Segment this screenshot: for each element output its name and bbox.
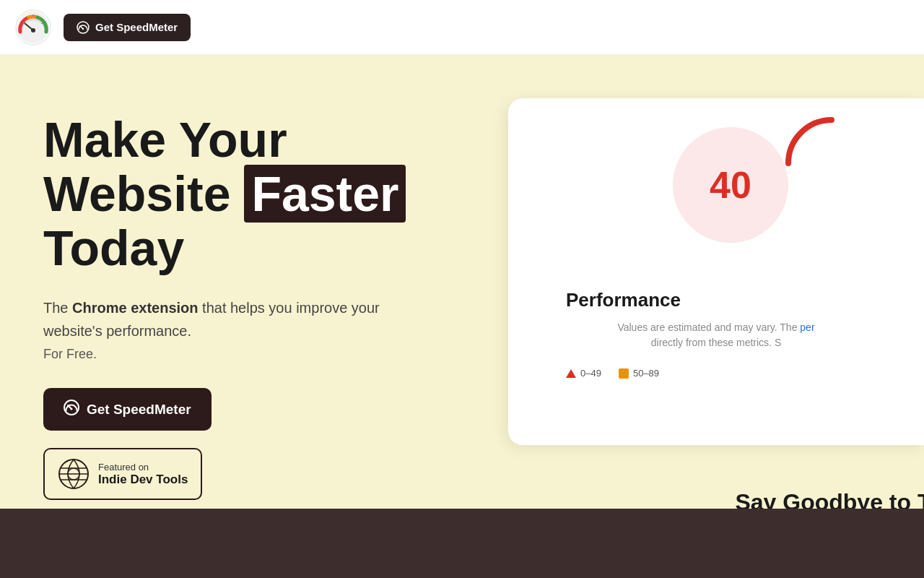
hero-free-label: For Free. bbox=[43, 347, 465, 362]
featured-badge-icon bbox=[58, 458, 90, 490]
hero-left-content: Make Your Website Faster Today The Chrom… bbox=[0, 55, 508, 509]
score-circle: 40 bbox=[673, 127, 788, 243]
hero-faster-highlight: Faster bbox=[244, 165, 406, 223]
legend-red-range: 0–49 bbox=[580, 368, 601, 379]
score-arc-icon bbox=[781, 113, 839, 171]
svg-point-3 bbox=[31, 28, 35, 33]
hero-subtitle: The Chrome extension that helps you impr… bbox=[43, 296, 419, 342]
logo-icon bbox=[14, 9, 52, 46]
hero-cta-label: Get SpeedMeter bbox=[87, 402, 191, 418]
header-cta-label: Get SpeedMeter bbox=[95, 21, 178, 33]
header-get-speedmeter-button[interactable]: Get SpeedMeter bbox=[64, 14, 191, 41]
header-speedometer-icon bbox=[77, 21, 90, 34]
svg-point-9 bbox=[82, 27, 84, 29]
performance-description: Values are estimated and may vary. The p… bbox=[617, 320, 814, 350]
hero-section: Make Your Website Faster Today The Chrom… bbox=[0, 55, 924, 509]
hero-title-part2: Today bbox=[43, 220, 184, 275]
featured-text-block: Featured on Indie Dev Tools bbox=[98, 462, 188, 487]
perf-link: per bbox=[800, 322, 814, 333]
hero-right-content: 40 Performance Values are estimated and … bbox=[508, 55, 924, 509]
score-number: 40 bbox=[710, 163, 751, 207]
svg-point-12 bbox=[71, 408, 73, 410]
hero-title-part1: Make Your Website Faster bbox=[43, 112, 406, 223]
hero-cta-speedometer-icon bbox=[64, 400, 79, 419]
header: Get SpeedMeter bbox=[0, 0, 924, 55]
hero-chrome-ext: Chrome extension bbox=[72, 300, 198, 316]
featured-badge[interactable]: Featured on Indie Dev Tools bbox=[43, 448, 202, 500]
legend-item-orange: 50–89 bbox=[619, 368, 659, 379]
hero-subtitle-part1: The bbox=[43, 300, 72, 316]
hero-get-speedmeter-button[interactable]: Get SpeedMeter bbox=[43, 388, 212, 431]
score-circle-container: 40 bbox=[673, 127, 817, 272]
featured-name: Indie Dev Tools bbox=[98, 473, 188, 487]
legend-orange-icon bbox=[619, 368, 629, 379]
performance-label: Performance bbox=[566, 289, 681, 311]
logo bbox=[14, 9, 52, 46]
performance-card: 40 Performance Values are estimated and … bbox=[508, 98, 924, 445]
legend-orange-range: 50–89 bbox=[633, 368, 659, 379]
hero-title: Make Your Website Faster Today bbox=[43, 113, 465, 275]
footer-bar bbox=[0, 509, 924, 578]
legend-item-red: 0–49 bbox=[566, 368, 601, 379]
say-goodbye-text: Say Goodbye to Th bbox=[735, 489, 924, 509]
legend: 0–49 50–89 bbox=[566, 368, 659, 379]
legend-red-icon bbox=[566, 369, 576, 378]
featured-label: Featured on bbox=[98, 462, 188, 473]
